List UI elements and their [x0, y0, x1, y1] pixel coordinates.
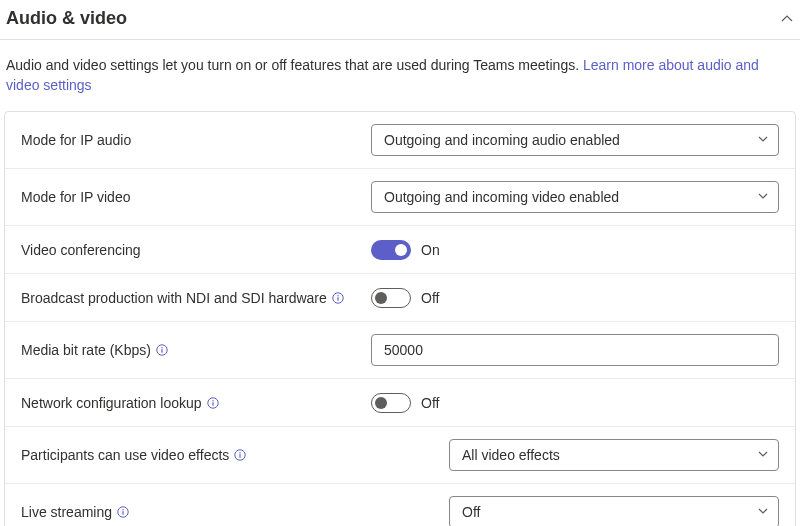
toggle-thumb — [395, 244, 407, 256]
toggle-state-label: On — [421, 242, 440, 258]
svg-rect-2 — [337, 297, 338, 301]
info-icon[interactable] — [331, 291, 345, 305]
row-live-streaming: Live streaming Off — [5, 484, 795, 526]
info-icon[interactable] — [155, 343, 169, 357]
toggle-network-lookup[interactable] — [371, 393, 411, 413]
label-broadcast-ndi: Broadcast production with NDI and SDI ha… — [21, 289, 371, 307]
label-text: Live streaming — [21, 503, 112, 521]
info-icon[interactable] — [206, 396, 220, 410]
svg-rect-11 — [240, 454, 241, 458]
info-icon[interactable] — [116, 505, 130, 519]
toggle-video-conferencing[interactable] — [371, 240, 411, 260]
svg-point-13 — [122, 509, 123, 510]
section-header: Audio & video — [0, 0, 800, 40]
row-network-lookup: Network configuration lookup Off — [5, 379, 795, 427]
row-mode-ip-video: Mode for IP video Outgoing and incoming … — [5, 169, 795, 226]
label-video-effects: Participants can use video effects — [21, 446, 371, 464]
collapse-section-button[interactable] — [780, 12, 794, 26]
svg-rect-5 — [161, 349, 162, 353]
label-network-lookup: Network configuration lookup — [21, 394, 371, 412]
select-mode-ip-video[interactable]: Outgoing and incoming video enabled — [371, 181, 779, 213]
toggle-state-label: Off — [421, 395, 439, 411]
row-broadcast-ndi: Broadcast production with NDI and SDI ha… — [5, 274, 795, 322]
toggle-thumb — [375, 397, 387, 409]
svg-point-1 — [337, 295, 338, 296]
select-value: Outgoing and incoming video enabled — [371, 181, 779, 213]
svg-point-4 — [161, 347, 162, 348]
label-text: Network configuration lookup — [21, 394, 202, 412]
settings-panel: Mode for IP audio Outgoing and incoming … — [4, 111, 796, 526]
label-mode-ip-video: Mode for IP video — [21, 188, 371, 206]
label-video-conferencing: Video conferencing — [21, 241, 371, 259]
description-text: Audio and video settings let you turn on… — [6, 57, 583, 73]
row-video-effects: Participants can use video effects All v… — [5, 427, 795, 484]
label-text: Broadcast production with NDI and SDI ha… — [21, 289, 327, 307]
toggle-thumb — [375, 292, 387, 304]
svg-rect-8 — [212, 402, 213, 406]
input-media-bitrate[interactable] — [371, 334, 779, 366]
section-title: Audio & video — [6, 8, 127, 29]
svg-point-7 — [212, 400, 213, 401]
select-mode-ip-audio[interactable]: Outgoing and incoming audio enabled — [371, 124, 779, 156]
select-value: All video effects — [449, 439, 779, 471]
select-video-effects[interactable]: All video effects — [449, 439, 779, 471]
row-mode-ip-audio: Mode for IP audio Outgoing and incoming … — [5, 112, 795, 169]
chevron-up-icon — [780, 12, 794, 26]
label-text: Participants can use video effects — [21, 446, 229, 464]
label-text: Media bit rate (Kbps) — [21, 341, 151, 359]
info-icon[interactable] — [233, 448, 247, 462]
svg-point-10 — [240, 452, 241, 453]
label-media-bitrate: Media bit rate (Kbps) — [21, 341, 371, 359]
label-live-streaming: Live streaming — [21, 503, 371, 521]
select-value: Off — [449, 496, 779, 526]
select-value: Outgoing and incoming audio enabled — [371, 124, 779, 156]
toggle-broadcast-ndi[interactable] — [371, 288, 411, 308]
section-description: Audio and video settings let you turn on… — [0, 40, 800, 111]
row-media-bitrate: Media bit rate (Kbps) — [5, 322, 795, 379]
svg-rect-14 — [122, 511, 123, 515]
select-live-streaming[interactable]: Off — [449, 496, 779, 526]
label-mode-ip-audio: Mode for IP audio — [21, 131, 371, 149]
row-video-conferencing: Video conferencing On — [5, 226, 795, 274]
toggle-state-label: Off — [421, 290, 439, 306]
